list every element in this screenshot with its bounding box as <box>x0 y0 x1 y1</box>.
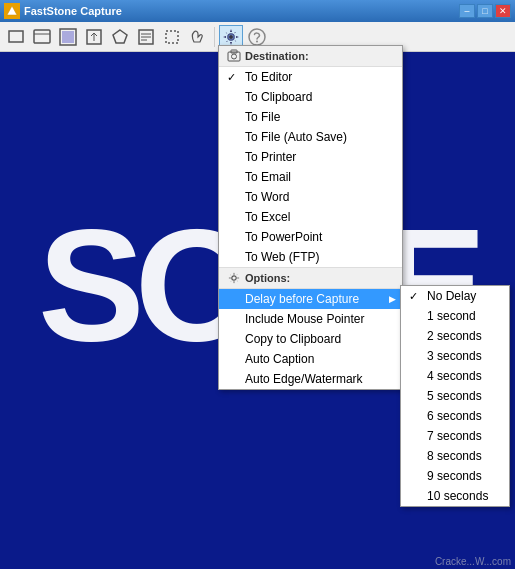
options-header: Options: <box>219 267 402 289</box>
menu-item-auto-edge[interactable]: Auto Edge/Watermark <box>219 369 402 389</box>
svg-point-22 <box>232 276 236 280</box>
svg-rect-13 <box>166 31 178 43</box>
svg-point-20 <box>232 54 237 59</box>
hand-capture-button[interactable] <box>186 25 210 49</box>
scroll-capture-button[interactable] <box>82 25 106 49</box>
delay-5s[interactable]: 5 seconds <box>401 386 509 406</box>
toolbar-separator-1 <box>214 27 215 47</box>
svg-rect-2 <box>34 30 50 43</box>
options-label: Options: <box>245 272 290 284</box>
delay-no-delay[interactable]: No Delay <box>401 286 509 306</box>
window-controls: – □ ✕ <box>459 4 511 18</box>
minimize-button[interactable]: – <box>459 4 475 18</box>
menu-item-include-mouse[interactable]: Include Mouse Pointer <box>219 309 402 329</box>
svg-point-18 <box>256 40 258 42</box>
fullscreen-capture-button[interactable] <box>56 25 80 49</box>
title-bar: FastStone Capture – □ ✕ <box>0 0 515 22</box>
window-title: FastStone Capture <box>24 5 122 17</box>
delay-6s[interactable]: 6 seconds <box>401 406 509 426</box>
menu-item-to-clipboard[interactable]: To Clipboard <box>219 87 402 107</box>
svg-rect-1 <box>9 31 23 42</box>
menu-item-to-excel[interactable]: To Excel <box>219 207 402 227</box>
menu-item-copy-clipboard[interactable]: Copy to Clipboard <box>219 329 402 349</box>
delay-7s[interactable]: 7 seconds <box>401 426 509 446</box>
svg-marker-0 <box>7 6 17 15</box>
polygon-capture-button[interactable] <box>108 25 132 49</box>
menu-item-to-file-autosave[interactable]: To File (Auto Save) <box>219 127 402 147</box>
delay-2s[interactable]: 2 seconds <box>401 326 509 346</box>
close-button[interactable]: ✕ <box>495 4 511 18</box>
menu-item-to-printer[interactable]: To Printer <box>219 147 402 167</box>
menu-item-delay[interactable]: Delay before Capture <box>219 289 402 309</box>
menu-item-to-web-ftp[interactable]: To Web (FTP) <box>219 247 402 267</box>
delay-4s[interactable]: 4 seconds <box>401 366 509 386</box>
menu-item-to-file[interactable]: To File <box>219 107 402 127</box>
svg-marker-8 <box>113 30 127 43</box>
menu-capture-button[interactable] <box>134 25 158 49</box>
gear-icon <box>227 271 241 285</box>
watermark-text: Cracke...W...com <box>435 556 511 567</box>
camera-icon <box>227 49 241 63</box>
destination-header: Destination: <box>219 46 402 67</box>
svg-point-17 <box>249 29 265 45</box>
svg-point-16 <box>229 35 233 39</box>
delay-9s[interactable]: 9 seconds <box>401 466 509 486</box>
fixed-capture-button[interactable] <box>160 25 184 49</box>
menu-item-to-editor[interactable]: To Editor <box>219 67 402 87</box>
menu-item-to-powerpoint[interactable]: To PowerPoint <box>219 227 402 247</box>
rect-capture-button[interactable] <box>4 25 28 49</box>
destination-label: Destination: <box>245 50 309 62</box>
title-bar-left: FastStone Capture <box>4 3 122 19</box>
delay-8s[interactable]: 8 seconds <box>401 446 509 466</box>
delay-1s[interactable]: 1 second <box>401 306 509 326</box>
delay-10s[interactable]: 10 seconds <box>401 486 509 506</box>
window-capture-button[interactable] <box>30 25 54 49</box>
svg-rect-5 <box>62 31 74 43</box>
menu-item-to-word[interactable]: To Word <box>219 187 402 207</box>
maximize-button[interactable]: □ <box>477 4 493 18</box>
menu-item-to-email[interactable]: To Email <box>219 167 402 187</box>
destination-menu: Destination: To Editor To Clipboard To F… <box>218 45 403 390</box>
delay-submenu: No Delay 1 second 2 seconds 3 seconds 4 … <box>400 285 510 507</box>
app-icon <box>4 3 20 19</box>
delay-3s[interactable]: 3 seconds <box>401 346 509 366</box>
menu-item-auto-caption[interactable]: Auto Caption <box>219 349 402 369</box>
